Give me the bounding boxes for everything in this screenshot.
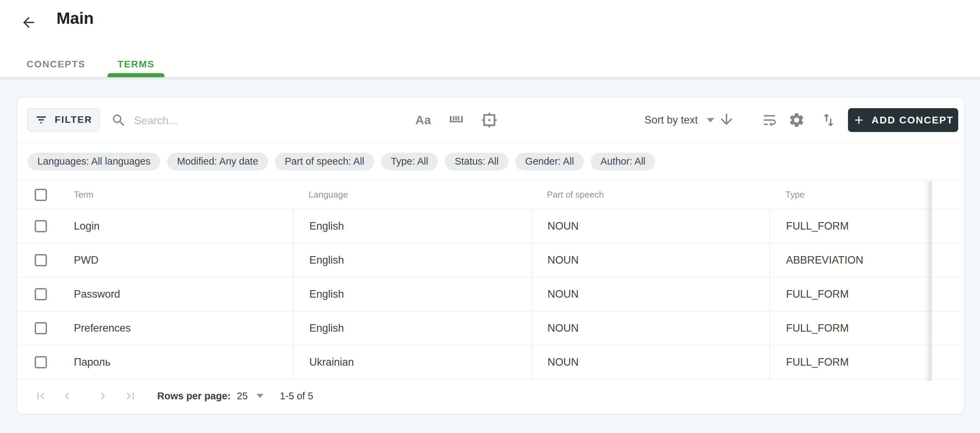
- whole-word-icon[interactable]: [447, 111, 466, 129]
- filter-chip[interactable]: Modified: Any date: [167, 153, 268, 170]
- filter-chip[interactable]: Type: All: [381, 153, 438, 170]
- table-header: TermLanguagePart of speechType: [17, 181, 964, 209]
- rows-per-page-select[interactable]: 25: [231, 390, 263, 402]
- pagination: Rows per page: 25 1-5 of 5: [17, 380, 964, 412]
- cell-part-of-speech: NOUN: [531, 244, 769, 277]
- next-page-button[interactable]: [96, 389, 110, 403]
- filter-chip[interactable]: Author: All: [591, 153, 655, 170]
- gear-icon: [788, 111, 805, 128]
- filter-button-label: FILTER: [55, 114, 92, 125]
- cell-type: FULL_FORM: [769, 346, 931, 379]
- toolbar: FILTER Aa Sort by text: [17, 98, 964, 143]
- row-checkbox-cell: [17, 312, 73, 345]
- table-row[interactable]: PWDEnglishNOUNABBREVIATION: [17, 244, 964, 278]
- settings-button[interactable]: [788, 111, 806, 129]
- sort-caret-icon: [707, 118, 714, 122]
- cell-language: English: [293, 209, 531, 243]
- swap-order-button[interactable]: [819, 111, 838, 129]
- cell-extra: [931, 209, 964, 243]
- row-checkbox[interactable]: [35, 322, 47, 335]
- filter-chip-label: Type: All: [391, 156, 428, 167]
- column-header-extra: [931, 181, 964, 209]
- content-area: FILTER Aa Sort by text: [0, 78, 980, 433]
- cell-extra: [931, 312, 964, 345]
- search-icon: [111, 113, 127, 128]
- cell-term: Preferences: [73, 312, 293, 345]
- chevron-left-icon: [60, 389, 74, 403]
- filter-chip-label: Part of speech: All: [285, 156, 364, 167]
- cell-part-of-speech: NOUN: [531, 346, 769, 379]
- cell-term: Login: [73, 209, 293, 243]
- active-tab-indicator: [108, 73, 164, 77]
- sort-direction-button[interactable]: [717, 110, 736, 128]
- add-concept-button[interactable]: ADD CONCEPT: [848, 108, 958, 132]
- cell-term: Пароль: [73, 346, 293, 379]
- row-checkbox-cell: [17, 244, 73, 277]
- previous-page-button[interactable]: [60, 389, 74, 403]
- wrap-text-icon: [761, 111, 778, 128]
- filter-chips: Languages: All languagesModified: Any da…: [17, 143, 964, 181]
- sort-select-label: Sort by text: [644, 114, 698, 126]
- search-input[interactable]: [134, 110, 353, 131]
- table-row[interactable]: PasswordEnglishNOUNFULL_FORM: [17, 278, 964, 312]
- select-all-checkbox[interactable]: [35, 189, 47, 201]
- table-body: LoginEnglishNOUNFULL_FORMPWDEnglishNOUNA…: [17, 209, 964, 380]
- rows-per-page-value: 25: [237, 390, 248, 402]
- app-screen: Main CONCEPTS TERMS FILTER Aa: [0, 0, 980, 433]
- filter-chip[interactable]: Gender: All: [515, 153, 584, 170]
- filter-icon: [34, 113, 48, 127]
- row-checkbox[interactable]: [35, 254, 47, 266]
- cell-language: English: [293, 278, 531, 311]
- filter-chip-label: Modified: Any date: [177, 156, 258, 167]
- cell-term: PWD: [73, 244, 293, 277]
- tab-terms-label: TERMS: [118, 59, 154, 70]
- row-checkbox-cell: [17, 278, 73, 311]
- chevron-right-icon: [96, 389, 110, 403]
- rows-per-page-caret-icon: [256, 394, 263, 398]
- cell-term: Password: [73, 278, 293, 311]
- row-checkbox[interactable]: [35, 288, 47, 300]
- select-all-cell: [17, 181, 73, 209]
- plus-icon: [853, 114, 865, 127]
- tab-terms[interactable]: TERMS: [108, 51, 164, 77]
- last-page-icon: [124, 389, 137, 403]
- row-checkbox[interactable]: [35, 356, 47, 368]
- column-header-type: Type: [769, 181, 931, 209]
- wrap-text-button[interactable]: [760, 111, 778, 129]
- filter-chip-label: Gender: All: [525, 156, 574, 167]
- cell-part-of-speech: NOUN: [531, 312, 769, 345]
- arrow-down-icon: [718, 111, 735, 128]
- filter-chip[interactable]: Languages: All languages: [27, 153, 160, 170]
- filter-chip[interactable]: Status: All: [445, 153, 508, 170]
- filter-chip-label: Status: All: [455, 156, 498, 167]
- table-row[interactable]: LoginEnglishNOUNFULL_FORM: [17, 209, 964, 244]
- filter-button[interactable]: FILTER: [27, 108, 99, 131]
- cell-part-of-speech: NOUN: [531, 209, 769, 243]
- cell-extra: [931, 278, 964, 311]
- cell-part-of-speech: NOUN: [531, 278, 769, 311]
- filter-chip-label: Author: All: [601, 156, 646, 167]
- table-row[interactable]: ПарольUkrainianNOUNFULL_FORM: [17, 346, 964, 380]
- match-case-icon[interactable]: Aa: [413, 110, 434, 130]
- cell-language: Ukrainian: [293, 346, 531, 379]
- swap-vert-icon: [820, 111, 837, 128]
- last-page-button[interactable]: [124, 389, 137, 403]
- cell-language: English: [293, 312, 531, 345]
- cell-type: FULL_FORM: [769, 209, 931, 243]
- filter-chip-label: Languages: All languages: [37, 156, 150, 167]
- column-header-language: Language: [293, 181, 531, 209]
- exact-match-icon[interactable]: [480, 111, 498, 129]
- filter-chip[interactable]: Part of speech: All: [275, 153, 374, 170]
- terms-card: FILTER Aa Sort by text: [17, 98, 964, 414]
- table-row[interactable]: PreferencesEnglishNOUNFULL_FORM: [17, 312, 964, 346]
- column-header-part-of-speech: Part of speech: [531, 181, 769, 209]
- tab-concepts[interactable]: CONCEPTS: [17, 51, 95, 77]
- cell-type: FULL_FORM: [769, 312, 931, 345]
- tab-bar: CONCEPTS TERMS: [17, 51, 164, 77]
- row-checkbox[interactable]: [35, 220, 47, 232]
- cell-type: ABBREVIATION: [769, 244, 931, 277]
- first-page-button[interactable]: [34, 389, 48, 403]
- header-shadow: [0, 78, 980, 82]
- sort-select[interactable]: Sort by text: [644, 110, 714, 130]
- back-button[interactable]: [19, 13, 38, 32]
